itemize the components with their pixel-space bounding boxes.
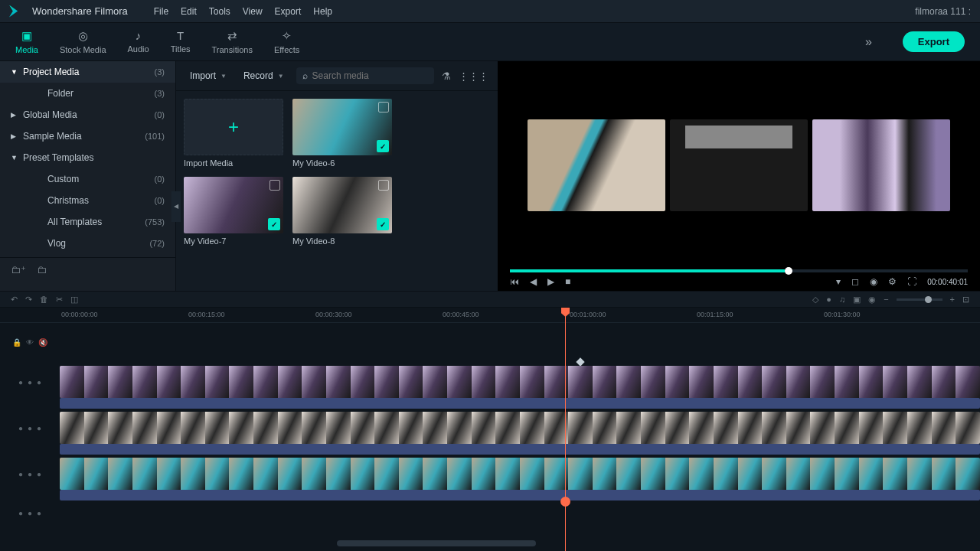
tab-media[interactable]: ▣Media bbox=[15, 29, 38, 54]
undo-button[interactable]: ↶ bbox=[11, 295, 18, 305]
media-thumbnail[interactable]: ✓ bbox=[292, 99, 392, 155]
zoom-slider[interactable] bbox=[897, 298, 942, 301]
record-dropdown[interactable]: Record▼ bbox=[239, 68, 289, 83]
track-mute-icon[interactable]: ● bbox=[37, 378, 41, 386]
snap-button[interactable]: ◉ bbox=[868, 295, 876, 305]
clip-video-8[interactable] bbox=[60, 412, 980, 444]
new-folder-icon[interactable]: 🗀⁺ bbox=[11, 264, 26, 276]
track-lock-icon[interactable]: 🔒 bbox=[12, 338, 21, 347]
track-keyframe[interactable]: 🔒👁🔇 bbox=[0, 323, 980, 361]
scrubber-head-icon[interactable] bbox=[785, 267, 792, 275]
prev-button[interactable]: ◀ bbox=[530, 276, 537, 287]
zoom-out-button[interactable]: − bbox=[884, 295, 888, 304]
sidebar-item-all-templates[interactable]: All Templates(753) bbox=[0, 211, 175, 233]
marker-button[interactable]: ◇ bbox=[812, 295, 818, 305]
mix-button[interactable]: ♫ bbox=[839, 295, 845, 304]
media-item-my-video-6[interactable]: ✓My Video-6 bbox=[292, 99, 392, 168]
sidebar-item-christmas[interactable]: Christmas(0) bbox=[0, 190, 175, 211]
track-empty[interactable]: ●●● bbox=[0, 504, 980, 522]
import-media-button[interactable]: + bbox=[184, 99, 283, 155]
split-button[interactable]: ✂ bbox=[56, 295, 63, 305]
grid-view-icon[interactable]: ⋮⋮⋮ bbox=[459, 70, 488, 82]
settings-icon[interactable]: ⚙ bbox=[888, 276, 897, 287]
delete-button[interactable]: 🗑 bbox=[40, 295, 48, 304]
record-vo-button[interactable]: ● bbox=[826, 295, 831, 304]
collapse-sidebar-handle[interactable]: ◀ bbox=[172, 191, 181, 222]
track-visibility-icon[interactable]: 👁 bbox=[26, 338, 34, 347]
menu-edit[interactable]: Edit bbox=[181, 6, 197, 17]
used-check-icon: ✓ bbox=[377, 140, 389, 152]
tab-audio[interactable]: ♪Audio bbox=[128, 29, 149, 54]
tab-titles[interactable]: TTitles bbox=[171, 29, 191, 54]
search-input[interactable] bbox=[312, 70, 428, 81]
render-button[interactable]: ▣ bbox=[853, 295, 861, 305]
track-video-1[interactable]: ●●● bbox=[0, 366, 980, 398]
menu-file[interactable]: File bbox=[154, 6, 168, 17]
play-button[interactable]: ▶ bbox=[547, 276, 554, 287]
track-video-3[interactable]: ●●● bbox=[0, 458, 980, 490]
track-lock-icon[interactable]: ● bbox=[18, 424, 23, 432]
menu-export[interactable]: Export bbox=[275, 6, 302, 17]
sidebar-item-vlog[interactable]: Vlog(72) bbox=[0, 233, 175, 254]
keyframe-marker-icon[interactable] bbox=[576, 357, 584, 366]
clip-video-7[interactable] bbox=[60, 366, 980, 398]
media-item-my-video-8[interactable]: ✓My Video-8 bbox=[292, 177, 392, 246]
sidebar-item-preset-templates[interactable]: ▼Preset Templates bbox=[0, 147, 175, 168]
preview-scrubber[interactable] bbox=[510, 269, 968, 272]
snapshot-button[interactable]: ◻ bbox=[851, 276, 859, 287]
track-visibility-icon[interactable]: ● bbox=[28, 509, 32, 517]
track-mute-icon[interactable]: ● bbox=[37, 509, 41, 517]
redo-button[interactable]: ↷ bbox=[25, 295, 32, 305]
track-visibility-icon[interactable]: ● bbox=[28, 470, 32, 478]
filter-icon[interactable]: ⚗ bbox=[442, 70, 451, 82]
track-lock-icon[interactable]: ● bbox=[18, 470, 23, 478]
media-thumbnail[interactable]: ✓ bbox=[292, 177, 392, 233]
sidebar-item-sample-media[interactable]: ▶Sample Media(101) bbox=[0, 126, 175, 147]
media-item-import-media[interactable]: +Import Media bbox=[184, 99, 283, 168]
track-mute-icon[interactable]: ● bbox=[37, 424, 41, 432]
track-mute-icon[interactable]: ● bbox=[37, 470, 41, 478]
fullscreen-button[interactable]: ⛶ bbox=[907, 276, 916, 287]
menu-view[interactable]: View bbox=[243, 6, 263, 17]
folder-icon[interactable]: 🗀 bbox=[37, 264, 47, 276]
media-thumbnail[interactable]: ✓ bbox=[184, 177, 283, 233]
export-button[interactable]: Export bbox=[903, 31, 965, 52]
menu-tools[interactable]: Tools bbox=[209, 6, 230, 17]
track-video-2[interactable]: ●●● bbox=[0, 412, 980, 444]
tab-stock-media[interactable]: ◎Stock Media bbox=[60, 29, 106, 54]
preview-canvas[interactable] bbox=[498, 61, 980, 269]
clip-audio-1[interactable] bbox=[60, 398, 980, 409]
clip-video-6[interactable] bbox=[60, 458, 980, 490]
clip-audio-2[interactable] bbox=[60, 444, 980, 455]
media-item-my-video-7[interactable]: ✓My Video-7 bbox=[184, 177, 283, 246]
sidebar-item-project-media[interactable]: ▼Project Media(3) bbox=[0, 61, 175, 83]
more-tabs-button[interactable]: » bbox=[865, 35, 872, 49]
fit-button[interactable]: ⊡ bbox=[962, 295, 969, 305]
sidebar-item-custom[interactable]: Custom(0) bbox=[0, 168, 175, 190]
track-mute-icon[interactable]: 🔇 bbox=[38, 338, 47, 347]
tab-transitions[interactable]: ⇄Transitions bbox=[212, 29, 253, 54]
track-visibility-icon[interactable]: ● bbox=[28, 378, 32, 386]
quality-button[interactable]: ▾ bbox=[836, 276, 841, 287]
clip-audio-3[interactable] bbox=[60, 490, 980, 500]
sidebar-item-global-media[interactable]: ▶Global Media(0) bbox=[0, 104, 175, 126]
import-dropdown[interactable]: Import▼ bbox=[185, 68, 231, 83]
tab-effects[interactable]: ✧Effects bbox=[274, 29, 299, 54]
playhead-marker-icon[interactable] bbox=[560, 497, 570, 507]
timeline[interactable]: 00:00:00:0000:00:15:0000:00:30:0000:00:4… bbox=[0, 308, 980, 551]
time-ruler[interactable]: 00:00:00:0000:00:15:0000:00:30:0000:00:4… bbox=[0, 308, 980, 323]
sidebar-item-folder[interactable]: Folder(3) bbox=[0, 83, 175, 104]
ruler-tick: 00:00:30:00 bbox=[315, 311, 352, 318]
crop-button[interactable]: ◫ bbox=[70, 295, 78, 305]
search-media[interactable]: ⌕ bbox=[296, 67, 434, 84]
zoom-in-button[interactable]: + bbox=[950, 295, 955, 304]
timeline-scrollbar[interactable] bbox=[337, 540, 536, 546]
playhead[interactable] bbox=[565, 308, 566, 551]
prev-frame-button[interactable]: ⏮ bbox=[510, 276, 519, 287]
track-lock-icon[interactable]: ● bbox=[18, 378, 23, 386]
stop-button[interactable]: ■ bbox=[565, 276, 570, 287]
track-visibility-icon[interactable]: ● bbox=[28, 424, 32, 432]
menu-help[interactable]: Help bbox=[313, 6, 332, 17]
track-lock-icon[interactable]: ● bbox=[18, 509, 23, 517]
mark-in-button[interactable]: ◉ bbox=[870, 276, 877, 287]
